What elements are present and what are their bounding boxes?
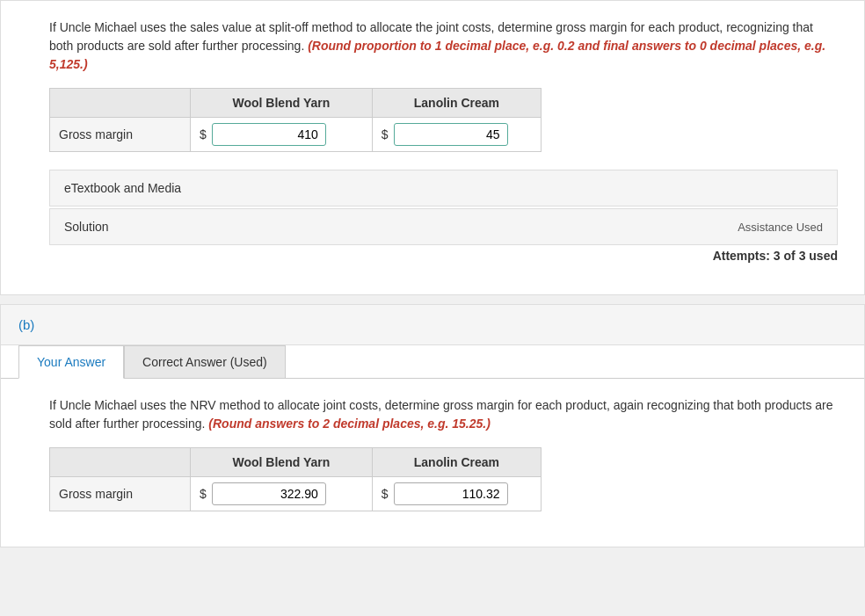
attempts-text: Attempts: 3 of 3 used xyxy=(49,249,838,263)
part-a-question: If Uncle Michael uses the sales value at… xyxy=(49,18,838,74)
part-b-rounding: (Round answers to 2 decimal places, e.g.… xyxy=(208,417,491,431)
col-empty-header xyxy=(50,89,191,118)
dollar-sign-b1: $ xyxy=(200,487,207,501)
solution-label: Solution xyxy=(64,220,109,234)
tab-correct-answer-label: Correct Answer (Used) xyxy=(142,355,267,369)
etextbook-bar[interactable]: eTextbook and Media xyxy=(49,170,838,207)
lanolin-value-cell: $ xyxy=(372,118,541,152)
part-a-table: Wool Blend Yarn Lanolin Cream Gross marg… xyxy=(49,88,542,152)
lanolin-gross-margin-input-b[interactable] xyxy=(394,482,508,505)
part-a-section: If Uncle Michael uses the sales value at… xyxy=(0,0,865,295)
wool-value-cell: $ xyxy=(191,118,373,152)
part-b-label: (b) xyxy=(18,317,34,332)
etextbook-label: eTextbook and Media xyxy=(64,181,181,195)
tabs-container: Your Answer Correct Answer (Used) xyxy=(1,345,864,379)
col-wool-header-b: Wool Blend Yarn xyxy=(191,448,373,477)
col-lanolin-header-b: Lanolin Cream xyxy=(372,448,541,477)
row-label: Gross margin xyxy=(50,118,191,152)
part-b-table: Wool Blend Yarn Lanolin Cream Gross marg… xyxy=(49,447,542,511)
col-empty-header-b xyxy=(50,448,191,477)
solution-bar: Solution Assistance Used xyxy=(49,208,838,245)
part-b-section: (b) Your Answer Correct Answer (Used) If… xyxy=(0,304,865,547)
col-lanolin-header: Lanolin Cream xyxy=(372,89,541,118)
wool-gross-margin-input[interactable] xyxy=(212,123,326,146)
tab-correct-answer[interactable]: Correct Answer (Used) xyxy=(124,345,286,379)
dollar-sign-b2: $ xyxy=(382,487,389,501)
tab-your-answer-label: Your Answer xyxy=(37,355,105,369)
part-b-content: If Uncle Michael uses the NRV method to … xyxy=(1,379,864,547)
part-b-header: (b) xyxy=(1,305,864,345)
part-b-question: If Uncle Michael uses the NRV method to … xyxy=(49,396,847,433)
lanolin-value-cell-b: $ xyxy=(372,477,541,511)
dollar-sign-1: $ xyxy=(200,127,207,141)
table-row: Gross margin $ $ xyxy=(50,118,542,152)
assistance-used-label: Assistance Used xyxy=(738,221,823,234)
wool-gross-margin-input-b[interactable] xyxy=(212,482,326,505)
tab-your-answer[interactable]: Your Answer xyxy=(18,345,124,379)
table-row-b: Gross margin $ $ xyxy=(50,477,542,511)
col-wool-header: Wool Blend Yarn xyxy=(191,89,373,118)
row-label-b: Gross margin xyxy=(50,477,191,511)
wool-value-cell-b: $ xyxy=(191,477,373,511)
dollar-sign-2: $ xyxy=(382,127,389,141)
lanolin-gross-margin-input[interactable] xyxy=(394,123,508,146)
